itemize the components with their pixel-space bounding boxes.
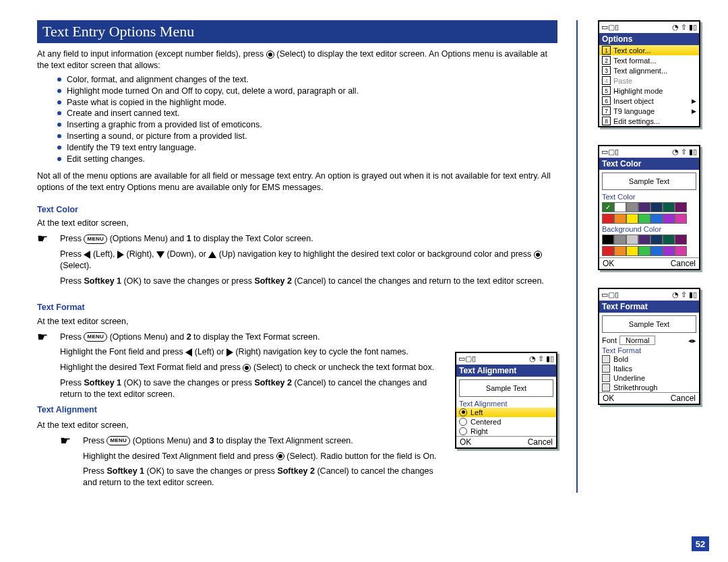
intro-bullet: Color, format, and alignment changes of … — [60, 74, 557, 86]
format-underline[interactable]: Underline — [599, 373, 699, 383]
format-bold[interactable]: Bold — [599, 354, 699, 364]
option-paste: 4Paste — [599, 75, 699, 86]
right-arrow-icon — [226, 348, 233, 356]
option-highlight-mode[interactable]: 5Highlight mode — [599, 86, 699, 96]
softkey-cancel[interactable]: Cancel — [528, 437, 553, 447]
hand-pointer-icon: ☛ — [37, 232, 52, 245]
select-key-icon — [534, 251, 542, 259]
softkey-cancel[interactable]: Cancel — [671, 394, 696, 403]
up-arrow-icon — [208, 251, 216, 258]
align-option-centered[interactable]: Centered — [456, 417, 556, 427]
intro-bullet: Highlight mode turned On and Off to copy… — [60, 86, 557, 97]
intro-bullet: Identify the T9 text entry language. — [60, 142, 557, 154]
softkey-cancel[interactable]: Cancel — [671, 259, 696, 268]
softkey-ok[interactable]: OK — [603, 394, 614, 403]
option-text-format[interactable]: 2Text format... — [599, 55, 699, 65]
text-color-swatches[interactable] — [599, 201, 699, 225]
intro-bullet: Inserting a sound, or picture from a pro… — [60, 131, 557, 142]
format-italics[interactable]: Italics — [599, 364, 699, 373]
intro-bullet-list: Color, format, and alignment changes of … — [60, 74, 557, 165]
bg-color-swatches[interactable] — [599, 233, 699, 257]
option-insert-object[interactable]: 6Insert object▶ — [599, 96, 699, 106]
right-arrow-icon — [117, 251, 124, 259]
select-key-icon — [276, 452, 284, 460]
phone-screen-text-color: ▭▢▯◔ ⇧ ▮▯ Text Color Sample Text Text Co… — [598, 145, 700, 270]
side-column: ▭▢▯◔ ⇧ ▮▯ Options 1Text color... 2Text f… — [598, 20, 709, 493]
option-edit-settings[interactable]: 8Edit settings... — [599, 116, 699, 126]
option-t9-language[interactable]: 7T9 language▶ — [599, 106, 699, 116]
intro-bullet: Create and insert canned text. — [60, 108, 557, 119]
chevron-right-icon: ▶ — [692, 108, 696, 115]
select-key-icon — [266, 51, 274, 59]
align-option-left[interactable]: Left — [456, 408, 556, 417]
intro-after: Not all of the menu options are availabl… — [37, 170, 557, 193]
intro-bullet: Paste what is copied in the highlight mo… — [60, 97, 557, 108]
phone-screen-text-format: ▭▢▯◔ ⇧ ▮▯ Text Format Sample Text Font N… — [598, 288, 700, 405]
left-arrow-icon — [185, 348, 192, 356]
hand-pointer-icon: ☛ — [60, 435, 75, 447]
page-title-bar: Text Entry Options Menu — [37, 20, 557, 43]
chevron-right-icon: ▶ — [692, 98, 696, 104]
align-option-right[interactable]: Right — [456, 427, 556, 436]
menu-key-icon: MENU — [107, 436, 130, 445]
font-field[interactable]: Font Normal ◂▸ — [599, 336, 699, 346]
page-number: 52 — [692, 536, 709, 551]
select-key-icon — [243, 364, 251, 372]
text-color-heading: Text Color — [37, 204, 557, 216]
menu-key-icon: MENU — [84, 235, 107, 244]
softkey-ok[interactable]: OK — [603, 259, 614, 268]
text-color-lead: At the text editor screen, — [37, 218, 557, 229]
intro-bullet: Inserting a graphic from a provided list… — [60, 119, 557, 131]
intro-bullet: Edit setting changes. — [60, 154, 557, 165]
menu-key-icon: MENU — [84, 332, 107, 342]
left-arrow-icon — [84, 251, 90, 259]
text-format-heading: Text Format — [37, 302, 557, 313]
down-arrow-icon — [156, 251, 164, 258]
text-format-lead: At the text editor screen, — [37, 316, 557, 327]
phone-screen-text-alignment: ▭▢▯◔ ⇧ ▮▯ Text Alignment Sample Text Tex… — [455, 352, 557, 449]
phone-screen-options: ▭▢▯◔ ⇧ ▮▯ Options 1Text color... 2Text f… — [598, 20, 700, 127]
text-format-steps: ▭▢▯◔ ⇧ ▮▯ Text Alignment Sample Text Tex… — [60, 332, 557, 493]
intro-paragraph: At any field to input information (excep… — [37, 49, 557, 71]
format-strikethrough[interactable]: Strikethrough — [599, 383, 699, 392]
option-text-color[interactable]: 1Text color... — [599, 45, 699, 55]
option-text-alignment[interactable]: 3Text alignment... — [599, 65, 699, 75]
text-alignment-steps: Press MENU (Options Menu) and 3 to displ… — [83, 435, 446, 493]
softkey-ok[interactable]: OK — [460, 437, 471, 447]
hand-pointer-icon: ☛ — [37, 331, 52, 343]
main-content: Text Entry Options Menu At any field to … — [37, 20, 578, 493]
text-color-steps: Press MENU (Options Menu) and 1 to displ… — [60, 233, 557, 291]
